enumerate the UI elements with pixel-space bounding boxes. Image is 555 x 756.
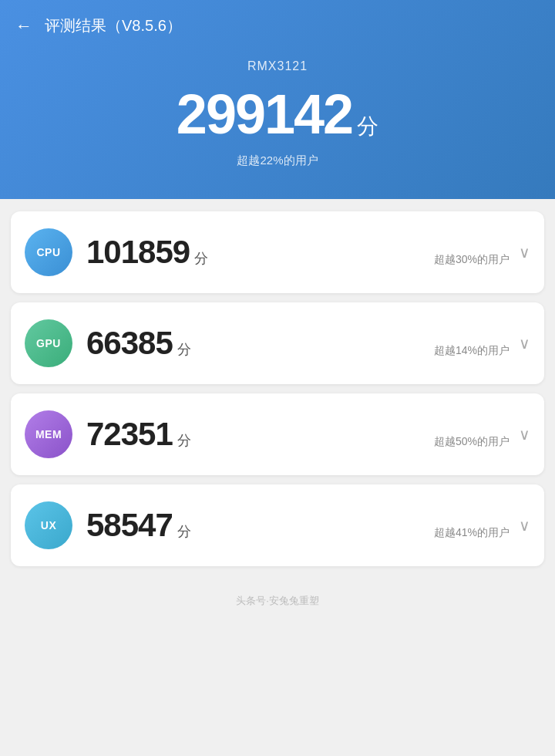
score-card-ux[interactable]: UX 58547 分 超越41%的用户 ∨ bbox=[11, 484, 544, 566]
hero-section: ← 评测结果（V8.5.6） RMX3121 299142 分 超越22%的用户 bbox=[0, 0, 555, 199]
score-info-mem: 72351 分 超越50%的用户 bbox=[86, 416, 510, 453]
device-name: RMX3121 bbox=[0, 59, 555, 73]
score-card-cpu[interactable]: CPU 101859 分 超越30%的用户 ∨ bbox=[11, 211, 544, 293]
badge-cpu: CPU bbox=[25, 228, 72, 276]
badge-ux: UX bbox=[25, 501, 72, 549]
total-score-unit: 分 bbox=[357, 112, 378, 141]
total-percentile: 超越22%的用户 bbox=[0, 154, 555, 168]
sub-score-unit-mem: 分 bbox=[177, 431, 191, 450]
chevron-mem-icon[interactable]: ∨ bbox=[519, 425, 530, 444]
sub-percentile-gpu: 超越14%的用户 bbox=[434, 344, 510, 358]
chevron-cpu-icon[interactable]: ∨ bbox=[519, 243, 530, 262]
score-cards-section: CPU 101859 分 超越30%的用户 ∨ GPU 66385 分 超越14… bbox=[0, 199, 555, 579]
sub-percentile-ux: 超越41%的用户 bbox=[434, 526, 510, 540]
sub-score-cpu: 101859 bbox=[86, 234, 190, 271]
score-card-mem[interactable]: MEM 72351 分 超越50%的用户 ∨ bbox=[11, 393, 544, 475]
score-info-gpu: 66385 分 超越14%的用户 bbox=[86, 325, 510, 362]
score-info-cpu: 101859 分 超越30%的用户 bbox=[86, 234, 510, 271]
sub-percentile-mem: 超越50%的用户 bbox=[434, 435, 510, 449]
sub-percentile-cpu: 超越30%的用户 bbox=[434, 253, 510, 267]
score-info-ux: 58547 分 超越41%的用户 bbox=[86, 507, 510, 544]
score-card-gpu[interactable]: GPU 66385 分 超越14%的用户 ∨ bbox=[11, 302, 544, 384]
sub-score-ux: 58547 bbox=[86, 507, 173, 544]
back-button[interactable]: ← bbox=[15, 16, 32, 36]
top-bar: ← 评测结果（V8.5.6） bbox=[0, 0, 555, 44]
sub-score-gpu: 66385 bbox=[86, 325, 173, 362]
badge-gpu: GPU bbox=[25, 319, 72, 367]
page-title: 评测结果（V8.5.6） bbox=[45, 15, 182, 36]
chevron-gpu-icon[interactable]: ∨ bbox=[519, 334, 530, 353]
total-score: 299142 bbox=[177, 83, 352, 146]
total-score-row: 299142 分 bbox=[0, 83, 555, 146]
sub-score-unit-ux: 分 bbox=[177, 522, 191, 541]
watermark: 头条号·安兔兔重塑 bbox=[0, 579, 555, 623]
sub-score-mem: 72351 bbox=[86, 416, 173, 453]
sub-score-unit-gpu: 分 bbox=[177, 340, 191, 359]
chevron-ux-icon[interactable]: ∨ bbox=[519, 516, 530, 535]
badge-mem: MEM bbox=[25, 410, 72, 458]
sub-score-unit-cpu: 分 bbox=[194, 249, 208, 268]
